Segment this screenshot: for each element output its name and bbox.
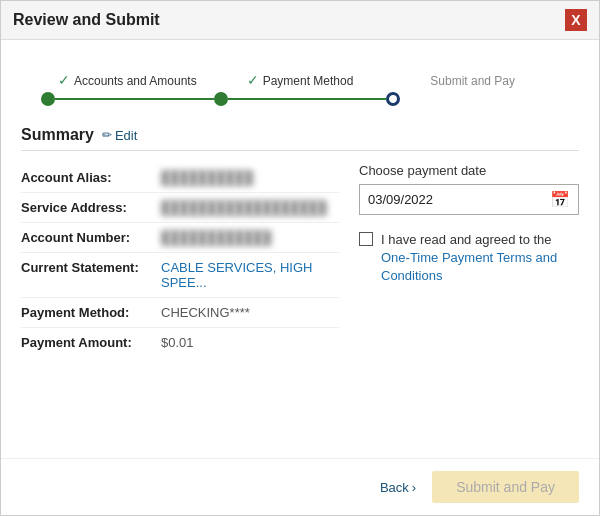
modal-body: ✓ Accounts and Amounts ✓ Payment Method	[1, 40, 599, 458]
field-label-payment-amount: Payment Amount:	[21, 335, 161, 350]
field-label-account-number: Account Number:	[21, 230, 161, 245]
field-account-alias: Account Alias: ██████████	[21, 163, 339, 193]
right-column: Choose payment date 03/09/2022 📅 I have …	[359, 163, 579, 357]
field-value-account-alias: ██████████	[161, 170, 253, 185]
modal-title: Review and Submit	[13, 11, 160, 29]
field-value-service-address: ██████████████████	[161, 200, 327, 215]
field-label-account-alias: Account Alias:	[21, 170, 161, 185]
edit-icon: ✏	[102, 128, 112, 142]
step-2-label: ✓ Payment Method	[247, 56, 354, 88]
check-icon-1: ✓	[58, 72, 70, 88]
step-2-line	[228, 98, 387, 100]
step-2-dot	[214, 92, 228, 106]
step-1-row	[41, 92, 214, 106]
step-1: ✓ Accounts and Amounts	[41, 56, 214, 106]
modal-header: Review and Submit X	[1, 1, 599, 40]
stepper: ✓ Accounts and Amounts ✓ Payment Method	[21, 56, 579, 106]
modal-container: Review and Submit X ✓ Accounts and Amoun…	[0, 0, 600, 516]
step-3: Submit and Pay	[386, 56, 559, 106]
terms-prefix: I have read and agreed to the	[381, 232, 552, 247]
fields-column: Account Alias: ██████████ Service Addres…	[21, 163, 339, 357]
submit-button[interactable]: Submit and Pay	[432, 471, 579, 503]
calendar-icon[interactable]: 📅	[550, 190, 570, 209]
step-3-row	[386, 92, 559, 106]
step-1-line	[55, 98, 214, 100]
payment-date-label: Choose payment date	[359, 163, 579, 178]
field-value-account-number: ████████████	[161, 230, 272, 245]
step-1-label: ✓ Accounts and Amounts	[58, 56, 197, 88]
step-3-dot	[386, 92, 400, 106]
summary-header: Summary ✏ Edit	[21, 126, 579, 151]
field-label-payment-method: Payment Method:	[21, 305, 161, 320]
field-value-payment-amount: $0.01	[161, 335, 194, 350]
field-account-number: Account Number: ████████████	[21, 223, 339, 253]
field-service-address: Service Address: ██████████████████	[21, 193, 339, 223]
step-3-label: Submit and Pay	[430, 56, 515, 88]
close-button[interactable]: X	[565, 9, 587, 31]
field-payment-amount: Payment Amount: $0.01	[21, 328, 339, 357]
field-value-payment-method: CHECKING****	[161, 305, 250, 320]
summary-title: Summary	[21, 126, 94, 144]
content-row: Account Alias: ██████████ Service Addres…	[21, 163, 579, 357]
terms-checkbox[interactable]	[359, 232, 373, 246]
back-arrow: ›	[412, 480, 416, 495]
terms-text: I have read and agreed to the One-Time P…	[381, 231, 579, 286]
step-2: ✓ Payment Method	[214, 56, 387, 106]
date-input-value: 03/09/2022	[368, 192, 550, 207]
terms-link[interactable]: One-Time Payment Terms and Conditions	[381, 249, 579, 285]
back-link[interactable]: Back ›	[380, 480, 416, 495]
step-1-dot	[41, 92, 55, 106]
step-2-row	[214, 92, 387, 106]
field-label-service-address: Service Address:	[21, 200, 161, 215]
field-label-current-statement: Current Statement:	[21, 260, 161, 290]
check-icon-2: ✓	[247, 72, 259, 88]
field-payment-method: Payment Method: CHECKING****	[21, 298, 339, 328]
field-value-current-statement[interactable]: CABLE SERVICES, HIGH SPEE...	[161, 260, 339, 290]
modal-footer: Back › Submit and Pay	[1, 458, 599, 515]
edit-label: Edit	[115, 128, 137, 143]
back-label: Back	[380, 480, 409, 495]
edit-link[interactable]: ✏ Edit	[102, 128, 137, 143]
terms-row: I have read and agreed to the One-Time P…	[359, 231, 579, 286]
date-input-wrap[interactable]: 03/09/2022 📅	[359, 184, 579, 215]
field-current-statement: Current Statement: CABLE SERVICES, HIGH …	[21, 253, 339, 298]
